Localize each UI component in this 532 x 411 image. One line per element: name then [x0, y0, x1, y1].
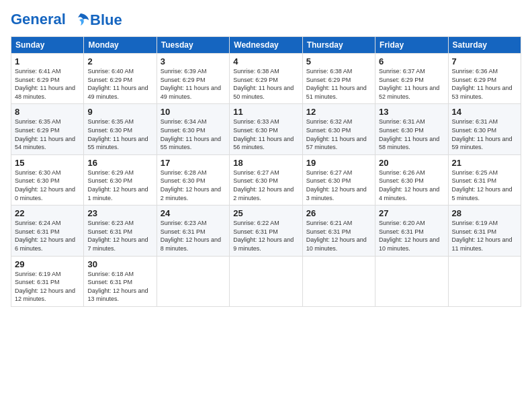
day-number: 7	[452, 56, 517, 66]
day-number: 25	[233, 208, 298, 218]
calendar-cell: 28Sunrise: 6:19 AMSunset: 6:31 PMDayligh…	[448, 205, 521, 256]
calendar-cell	[302, 256, 375, 306]
calendar-cell: 3Sunrise: 6:39 AMSunset: 6:29 PMDaylight…	[157, 54, 229, 104]
day-number: 21	[452, 158, 517, 168]
day-number: 16	[87, 158, 152, 168]
logo-bird-icon	[71, 11, 90, 30]
cell-sunrise: Sunrise: 6:37 AMSunset: 6:29 PMDaylight:…	[379, 68, 439, 100]
cell-sunrise: Sunrise: 6:19 AMSunset: 6:31 PMDaylight:…	[15, 271, 75, 303]
calendar-cell: 18Sunrise: 6:27 AMSunset: 6:30 PMDayligh…	[230, 154, 302, 205]
calendar-cell: 29Sunrise: 6:19 AMSunset: 6:31 PMDayligh…	[11, 256, 84, 306]
cell-sunrise: Sunrise: 6:35 AMSunset: 6:30 PMDaylight:…	[87, 118, 148, 150]
day-number: 19	[306, 158, 371, 168]
day-number: 13	[379, 107, 444, 117]
calendar-cell: 4Sunrise: 6:38 AMSunset: 6:29 PMDaylight…	[230, 54, 302, 104]
day-number: 12	[306, 107, 371, 117]
calendar-cell	[375, 256, 448, 306]
cell-sunrise: Sunrise: 6:23 AMSunset: 6:31 PMDaylight:…	[87, 220, 148, 252]
cell-sunrise: Sunrise: 6:34 AMSunset: 6:30 PMDaylight:…	[161, 118, 221, 150]
cell-sunrise: Sunrise: 6:25 AMSunset: 6:31 PMDaylight:…	[452, 169, 513, 201]
day-number: 27	[379, 208, 444, 218]
calendar-day-header: Friday	[375, 37, 448, 54]
cell-sunrise: Sunrise: 6:27 AMSunset: 6:30 PMDaylight:…	[233, 169, 294, 201]
calendar-week-row: 15Sunrise: 6:30 AMSunset: 6:30 PMDayligh…	[11, 154, 521, 205]
day-number: 2	[87, 56, 152, 66]
day-number: 9	[87, 107, 152, 117]
calendar-cell: 30Sunrise: 6:18 AMSunset: 6:31 PMDayligh…	[84, 256, 157, 306]
calendar-cell: 24Sunrise: 6:23 AMSunset: 6:31 PMDayligh…	[157, 205, 229, 256]
calendar-cell: 1Sunrise: 6:41 AMSunset: 6:29 PMDaylight…	[11, 54, 84, 104]
calendar-header-row: SundayMondayTuesdayWednesdayThursdayFrid…	[11, 37, 521, 54]
cell-sunrise: Sunrise: 6:30 AMSunset: 6:30 PMDaylight:…	[15, 169, 75, 201]
cell-sunrise: Sunrise: 6:29 AMSunset: 6:30 PMDaylight:…	[87, 169, 148, 201]
cell-sunrise: Sunrise: 6:22 AMSunset: 6:31 PMDaylight:…	[233, 220, 294, 252]
calendar-week-row: 1Sunrise: 6:41 AMSunset: 6:29 PMDaylight…	[11, 54, 521, 104]
day-number: 20	[379, 158, 444, 168]
calendar-cell: 8Sunrise: 6:35 AMSunset: 6:29 PMDaylight…	[11, 104, 84, 154]
calendar-cell: 6Sunrise: 6:37 AMSunset: 6:29 PMDaylight…	[375, 54, 448, 104]
calendar-cell: 17Sunrise: 6:28 AMSunset: 6:30 PMDayligh…	[157, 154, 229, 205]
calendar-cell: 21Sunrise: 6:25 AMSunset: 6:31 PMDayligh…	[448, 154, 521, 205]
calendar-day-header: Saturday	[448, 37, 521, 54]
day-number: 5	[306, 56, 371, 66]
calendar-week-row: 29Sunrise: 6:19 AMSunset: 6:31 PMDayligh…	[11, 256, 521, 306]
main-container: General Blue SundayMondayTuesdayWednesda…	[0, 0, 532, 312]
page-header: General Blue	[11, 11, 521, 30]
calendar-cell: 14Sunrise: 6:31 AMSunset: 6:30 PMDayligh…	[448, 104, 521, 154]
cell-sunrise: Sunrise: 6:40 AMSunset: 6:29 PMDaylight:…	[87, 68, 148, 100]
cell-sunrise: Sunrise: 6:20 AMSunset: 6:31 PMDaylight:…	[379, 220, 439, 252]
calendar-cell: 19Sunrise: 6:27 AMSunset: 6:30 PMDayligh…	[302, 154, 375, 205]
logo-general: General	[11, 11, 66, 28]
day-number: 1	[15, 56, 80, 66]
calendar-cell	[230, 256, 302, 306]
calendar-cell: 22Sunrise: 6:24 AMSunset: 6:31 PMDayligh…	[11, 205, 84, 256]
day-number: 3	[161, 56, 226, 66]
day-number: 4	[233, 56, 298, 66]
cell-sunrise: Sunrise: 6:19 AMSunset: 6:31 PMDaylight:…	[452, 220, 513, 252]
calendar-cell	[448, 256, 521, 306]
calendar-cell: 12Sunrise: 6:32 AMSunset: 6:30 PMDayligh…	[302, 104, 375, 154]
calendar-day-header: Tuesday	[157, 37, 229, 54]
calendar-week-row: 22Sunrise: 6:24 AMSunset: 6:31 PMDayligh…	[11, 205, 521, 256]
calendar-cell: 13Sunrise: 6:31 AMSunset: 6:30 PMDayligh…	[375, 104, 448, 154]
cell-sunrise: Sunrise: 6:33 AMSunset: 6:30 PMDaylight:…	[233, 118, 294, 150]
calendar-body: 1Sunrise: 6:41 AMSunset: 6:29 PMDaylight…	[11, 54, 521, 307]
cell-sunrise: Sunrise: 6:38 AMSunset: 6:29 PMDaylight:…	[233, 68, 294, 100]
calendar-day-header: Sunday	[11, 37, 84, 54]
calendar-cell	[157, 256, 229, 306]
calendar-table: SundayMondayTuesdayWednesdayThursdayFrid…	[11, 36, 521, 307]
calendar-cell: 15Sunrise: 6:30 AMSunset: 6:30 PMDayligh…	[11, 154, 84, 205]
cell-sunrise: Sunrise: 6:39 AMSunset: 6:29 PMDaylight:…	[161, 68, 221, 100]
cell-sunrise: Sunrise: 6:28 AMSunset: 6:30 PMDaylight:…	[161, 169, 221, 201]
day-number: 23	[87, 208, 152, 218]
cell-sunrise: Sunrise: 6:38 AMSunset: 6:29 PMDaylight:…	[306, 68, 367, 100]
day-number: 24	[161, 208, 226, 218]
day-number: 8	[15, 107, 80, 117]
calendar-cell: 23Sunrise: 6:23 AMSunset: 6:31 PMDayligh…	[84, 205, 157, 256]
cell-sunrise: Sunrise: 6:18 AMSunset: 6:31 PMDaylight:…	[87, 271, 148, 303]
cell-sunrise: Sunrise: 6:31 AMSunset: 6:30 PMDaylight:…	[452, 118, 513, 150]
calendar-cell: 7Sunrise: 6:36 AMSunset: 6:29 PMDaylight…	[448, 54, 521, 104]
calendar-cell: 26Sunrise: 6:21 AMSunset: 6:31 PMDayligh…	[302, 205, 375, 256]
calendar-cell: 16Sunrise: 6:29 AMSunset: 6:30 PMDayligh…	[84, 154, 157, 205]
day-number: 17	[161, 158, 226, 168]
day-number: 10	[161, 107, 226, 117]
cell-sunrise: Sunrise: 6:26 AMSunset: 6:30 PMDaylight:…	[379, 169, 439, 201]
day-number: 29	[15, 259, 80, 269]
logo: General Blue	[11, 11, 122, 30]
logo-blue: Blue	[90, 12, 122, 28]
day-number: 6	[379, 56, 444, 66]
calendar-day-header: Monday	[84, 37, 157, 54]
cell-sunrise: Sunrise: 6:31 AMSunset: 6:30 PMDaylight:…	[379, 118, 439, 150]
day-number: 22	[15, 208, 80, 218]
calendar-cell: 27Sunrise: 6:20 AMSunset: 6:31 PMDayligh…	[375, 205, 448, 256]
cell-sunrise: Sunrise: 6:35 AMSunset: 6:29 PMDaylight:…	[15, 118, 75, 150]
calendar-week-row: 8Sunrise: 6:35 AMSunset: 6:29 PMDaylight…	[11, 104, 521, 154]
calendar-cell: 11Sunrise: 6:33 AMSunset: 6:30 PMDayligh…	[230, 104, 302, 154]
cell-sunrise: Sunrise: 6:32 AMSunset: 6:30 PMDaylight:…	[306, 118, 367, 150]
calendar-day-header: Thursday	[302, 37, 375, 54]
day-number: 15	[15, 158, 80, 168]
day-number: 26	[306, 208, 371, 218]
day-number: 18	[233, 158, 298, 168]
calendar-day-header: Wednesday	[230, 37, 302, 54]
